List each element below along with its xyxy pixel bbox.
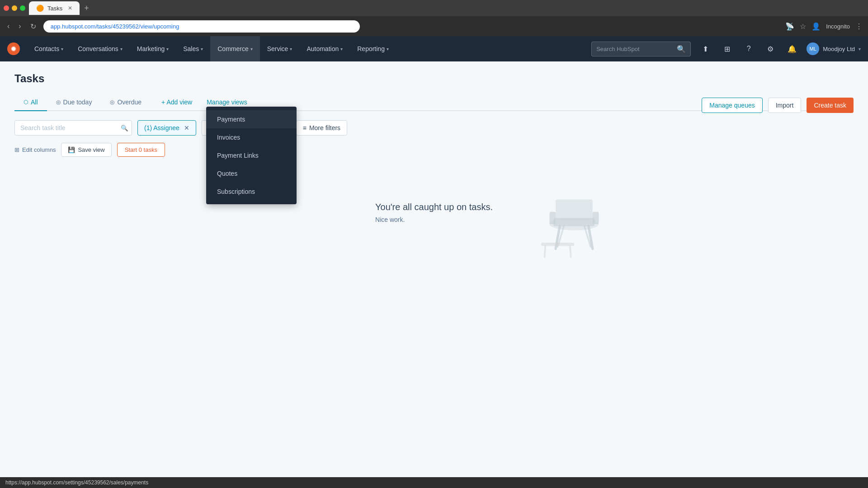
save-view-label: Save view	[78, 146, 104, 153]
assignee-filter-label: (1) Assignee	[144, 124, 179, 131]
status-bar: https://app.hubspot.com/settings/4523956…	[0, 477, 868, 488]
start-tasks-button[interactable]: Start 0 tasks	[117, 143, 165, 157]
more-filters-button[interactable]: ≡ More filters	[296, 120, 347, 136]
manage-queues-button[interactable]: Manage queues	[702, 98, 762, 113]
dropdown-item-subscriptions[interactable]: Subscriptions	[206, 183, 297, 201]
back-button[interactable]: ‹	[5, 20, 11, 32]
chevron-down-icon: ▾	[340, 47, 343, 52]
upgrade-icon[interactable]: ⬆	[698, 42, 712, 56]
global-search-input[interactable]	[596, 46, 673, 52]
cast-icon[interactable]: 📡	[785, 22, 794, 31]
tab-due-today[interactable]: ◎ Due today	[47, 94, 101, 111]
save-icon: 💾	[68, 146, 75, 153]
subscriptions-label: Subscriptions	[217, 188, 255, 195]
invoices-label: Invoices	[217, 134, 240, 141]
search-input-wrapper: 🔍	[14, 120, 132, 136]
help-icon[interactable]: ?	[741, 42, 756, 56]
dropdown-item-invoices[interactable]: Invoices	[206, 128, 297, 146]
nav-conversations[interactable]: Conversations ▾	[71, 36, 130, 61]
address-input[interactable]: app.hubspot.com/tasks/45239562/view/upco…	[43, 20, 360, 33]
import-button[interactable]: Import	[768, 98, 802, 113]
main-content: Manage queues Import Create task Tasks ⬡…	[0, 61, 868, 488]
search-task-input[interactable]	[14, 120, 132, 136]
avatar: ML	[807, 42, 819, 55]
bookmark-icon[interactable]: ☆	[800, 22, 806, 31]
chevron-down-icon: ▾	[61, 47, 63, 52]
filters-row: 🔍 (1) Assignee ✕ Due date ▾ Queue ▾ ≡ Mo…	[14, 120, 854, 136]
dropdown-item-quotes[interactable]: Quotes	[206, 164, 297, 183]
tab-all[interactable]: ⬡ All	[14, 94, 47, 111]
tab-close-button[interactable]: ✕	[68, 5, 72, 11]
columns-icon: ⊞	[14, 146, 19, 153]
svg-point-1	[12, 47, 15, 51]
nav-marketing[interactable]: Marketing ▾	[130, 36, 176, 61]
empty-state-title: You're all caught up on tasks.	[375, 202, 493, 212]
top-navigation: Contacts ▾ Conversations ▾ Marketing ▾ S…	[0, 36, 868, 61]
tab-overdue-icon: ◎	[110, 99, 114, 105]
profile-icon[interactable]: 👤	[811, 22, 821, 31]
hubspot-app: Contacts ▾ Conversations ▾ Marketing ▾ S…	[0, 36, 868, 488]
user-chevron-icon: ▾	[859, 47, 861, 52]
active-tab[interactable]: 🟠 Tasks ✕	[29, 1, 80, 15]
reload-button[interactable]: ↻	[28, 20, 38, 33]
browser-menu-button[interactable]: ⋮	[855, 22, 863, 31]
nav-right-section: 🔍 ⬆ ⊞ ? ⚙ 🔔 ML Moodjoy Ltd ▾	[591, 42, 861, 56]
chevron-down-icon: ▾	[120, 47, 123, 52]
incognito-label: Incognito	[826, 23, 850, 30]
nav-contacts[interactable]: Contacts ▾	[27, 36, 71, 61]
nav-reporting[interactable]: Reporting ▾	[350, 36, 396, 61]
more-filters-label: More filters	[309, 124, 340, 131]
commerce-dropdown: Payments Invoices Payment Links Quotes S…	[206, 107, 297, 204]
edit-columns-button[interactable]: ⊞ Edit columns	[14, 146, 56, 153]
assignee-filter-button[interactable]: (1) Assignee ✕	[137, 120, 196, 136]
marketplace-icon[interactable]: ⊞	[720, 42, 734, 56]
svg-rect-4	[556, 200, 593, 220]
svg-rect-9	[549, 212, 556, 224]
search-icon: 🔍	[677, 45, 686, 53]
svg-line-12	[544, 246, 545, 257]
dropdown-item-payments[interactable]: Payments	[206, 110, 297, 128]
notifications-icon[interactable]: 🔔	[785, 42, 799, 56]
nav-automation[interactable]: Automation ▾	[299, 36, 350, 61]
maximize-window-button[interactable]	[20, 5, 25, 11]
nav-sales[interactable]: Sales ▾	[176, 36, 210, 61]
tab-title: Tasks	[47, 5, 62, 12]
user-label: Moodjoy Ltd	[823, 46, 855, 52]
hubspot-logo[interactable]	[7, 42, 20, 55]
minimize-window-button[interactable]	[12, 5, 17, 11]
top-action-buttons: Manage queues Import Create task	[702, 98, 854, 113]
payment-links-label: Payment Links	[217, 152, 259, 159]
dropdown-item-payment-links[interactable]: Payment Links	[206, 146, 297, 164]
edit-columns-label: Edit columns	[22, 146, 56, 153]
browser-chrome: 🟠 Tasks ✕ + ‹ › ↻ app.hubspot.com/tasks/…	[0, 0, 868, 36]
search-submit-button[interactable]: 🔍	[121, 125, 128, 131]
settings-icon[interactable]: ⚙	[763, 42, 778, 56]
forward-button[interactable]: ›	[17, 20, 23, 32]
filter-list-icon: ≡	[303, 124, 307, 131]
close-window-button[interactable]	[4, 5, 9, 11]
empty-state: You're all caught up on tasks. Nice work…	[14, 166, 854, 259]
browser-toolbar-icons: 📡 ☆ 👤 Incognito ⋮	[785, 22, 863, 31]
assignee-filter-close-icon[interactable]: ✕	[184, 124, 189, 131]
nav-service[interactable]: Service ▾	[260, 36, 300, 61]
new-tab-button[interactable]: +	[80, 2, 93, 15]
nav-items: Contacts ▾ Conversations ▾ Marketing ▾ S…	[27, 36, 591, 61]
tab-due-today-label: Due today	[63, 99, 92, 106]
browser-window-controls	[4, 5, 25, 11]
chevron-down-icon: ▾	[387, 47, 389, 52]
user-menu[interactable]: ML Moodjoy Ltd ▾	[807, 42, 861, 55]
tab-bar: 🟠 Tasks ✕ +	[29, 1, 864, 15]
tab-all-label: All	[31, 99, 38, 106]
global-search[interactable]: 🔍	[591, 42, 691, 56]
tab-overdue[interactable]: ◎ Overdue	[101, 94, 151, 111]
browser-titlebar: 🟠 Tasks ✕ +	[0, 0, 868, 16]
empty-state-illustration	[529, 175, 619, 267]
tab-favicon: 🟠	[36, 5, 44, 12]
add-view-button[interactable]: + Add view	[154, 94, 199, 110]
empty-state-subtitle: Nice work.	[375, 216, 493, 223]
address-bar: ‹ › ↻ app.hubspot.com/tasks/45239562/vie…	[0, 16, 868, 36]
nav-commerce[interactable]: Commerce ▾	[210, 36, 259, 61]
create-task-button[interactable]: Create task	[807, 98, 854, 113]
payments-label: Payments	[217, 116, 245, 123]
save-view-button[interactable]: 💾 Save view	[61, 143, 111, 157]
